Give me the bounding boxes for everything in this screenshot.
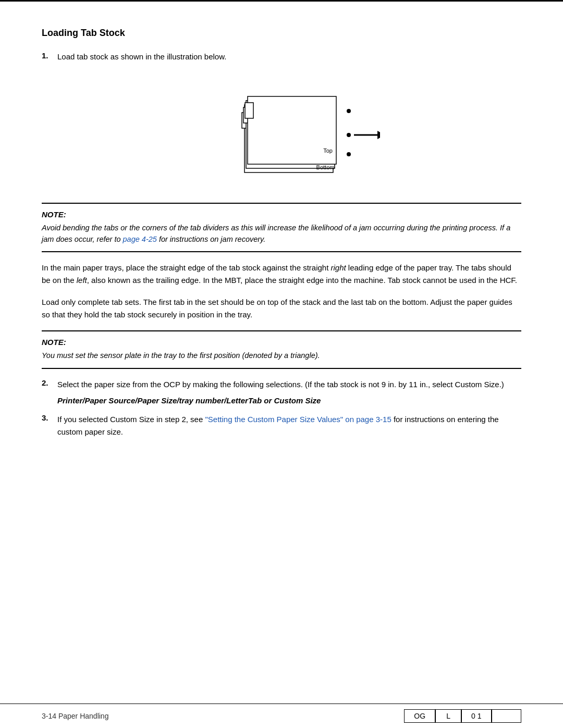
content-area: Loading Tab Stock 1. Load tab stock as s… [0, 2, 563, 704]
step-1-number: 1. [42, 51, 57, 60]
svg-marker-10 [377, 131, 380, 139]
tab-stock-illustration: Top Bottom [213, 73, 380, 183]
step-1-row: 1. Load tab stock as shown in the illust… [42, 51, 521, 193]
illustration-container: Top Bottom [72, 73, 521, 183]
body-paragraph-2: Load only complete tab sets. The first t… [42, 296, 521, 321]
svg-rect-4 [248, 96, 336, 164]
section-title: Loading Tab Stock [42, 28, 521, 39]
page-container: Loading Tab Stock 1. Load tab stock as s… [0, 0, 563, 728]
bottom-label: Bottom [316, 164, 335, 170]
custom-size-link[interactable]: "Setting the Custom Paper Size Values" o… [205, 415, 391, 424]
note-1-text-before: Avoid bending the tabs or the corners of… [42, 224, 510, 243]
footer-cells: OG L 0 1 [404, 709, 521, 723]
footer-left-text: 3-14 Paper Handling [42, 712, 108, 720]
step-1-text: Load tab stock as shown in the illustrat… [57, 51, 521, 63]
note-1-link[interactable]: page 4-25 [123, 235, 157, 243]
top-label: Top [323, 147, 333, 154]
note-2-text: You must set the sensor plate in the tra… [42, 350, 521, 361]
svg-point-8 [347, 152, 351, 156]
note-2-label: NOTE: [42, 338, 521, 347]
step-2-row: 2. Select the paper size from the OCP by… [42, 378, 521, 391]
printer-path: Printer/Paper Source/Paper Size/tray num… [57, 396, 521, 405]
step-3-number: 3. [42, 413, 57, 422]
step-3-body: If you selected Custom Size in step 2, s… [57, 413, 521, 438]
note-1-label: NOTE: [42, 210, 521, 219]
step-3-row: 3. If you selected Custom Size in step 2… [42, 413, 521, 438]
footer-cell-empty [492, 709, 521, 723]
footer-cell-01: 0 1 [461, 709, 491, 723]
footer-area: 3-14 Paper Handling OG L 0 1 [0, 704, 563, 728]
footer-cell-og: OG [404, 709, 435, 723]
step-1-body: Load tab stock as shown in the illustrat… [57, 51, 521, 193]
right-italic: right [331, 263, 346, 272]
step-2-number: 2. [42, 378, 57, 387]
note-1-text-after: for instructions on jam recovery. [157, 235, 265, 243]
svg-point-6 [347, 109, 351, 113]
note-2-box: NOTE: You must set the sensor plate in t… [42, 330, 521, 368]
svg-rect-5 [245, 103, 253, 118]
note-1-text: Avoid bending the tabs or the corners of… [42, 222, 521, 245]
body-paragraph-1: In the main paper trays, place the strai… [42, 262, 521, 287]
note-1-box: NOTE: Avoid bending the tabs or the corn… [42, 203, 521, 253]
left-italic: left [77, 276, 87, 285]
step-2-body: Select the paper size from the OCP by ma… [57, 378, 521, 391]
svg-point-7 [347, 133, 351, 137]
footer-cell-l: L [435, 709, 461, 723]
